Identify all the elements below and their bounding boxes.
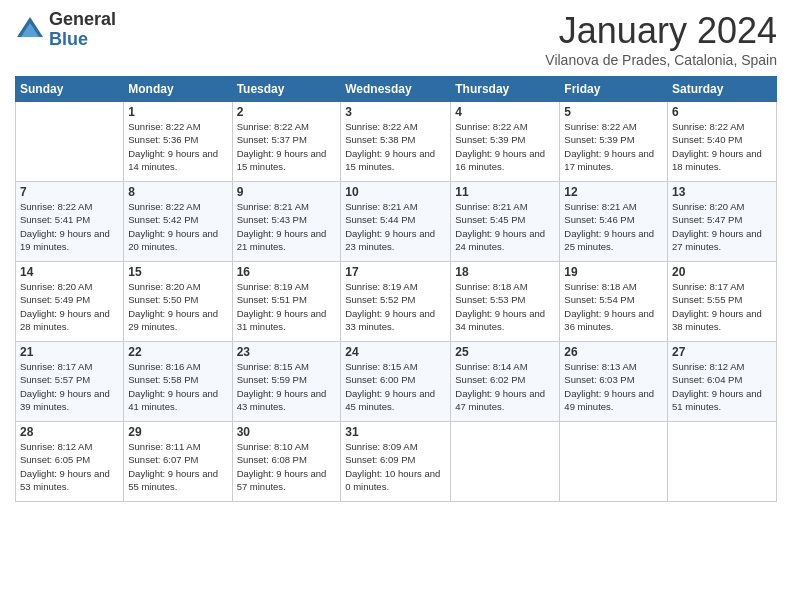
table-row: 28Sunrise: 8:12 AMSunset: 6:05 PMDayligh… — [16, 422, 124, 502]
col-monday: Monday — [124, 77, 232, 102]
day-number: 26 — [564, 345, 663, 359]
day-number: 14 — [20, 265, 119, 279]
day-info: Sunrise: 8:22 AMSunset: 5:39 PMDaylight:… — [455, 120, 555, 173]
day-number: 18 — [455, 265, 555, 279]
month-title: January 2024 — [545, 10, 777, 52]
day-number: 27 — [672, 345, 772, 359]
day-number: 28 — [20, 425, 119, 439]
day-info: Sunrise: 8:18 AMSunset: 5:53 PMDaylight:… — [455, 280, 555, 333]
day-number: 31 — [345, 425, 446, 439]
col-sunday: Sunday — [16, 77, 124, 102]
day-number: 1 — [128, 105, 227, 119]
day-info: Sunrise: 8:09 AMSunset: 6:09 PMDaylight:… — [345, 440, 446, 493]
logo-blue: Blue — [49, 30, 116, 50]
week-row-4: 28Sunrise: 8:12 AMSunset: 6:05 PMDayligh… — [16, 422, 777, 502]
day-number: 24 — [345, 345, 446, 359]
day-info: Sunrise: 8:13 AMSunset: 6:03 PMDaylight:… — [564, 360, 663, 413]
day-number: 13 — [672, 185, 772, 199]
table-row: 22Sunrise: 8:16 AMSunset: 5:58 PMDayligh… — [124, 342, 232, 422]
day-info: Sunrise: 8:22 AMSunset: 5:40 PMDaylight:… — [672, 120, 772, 173]
col-tuesday: Tuesday — [232, 77, 341, 102]
table-row — [451, 422, 560, 502]
day-info: Sunrise: 8:20 AMSunset: 5:49 PMDaylight:… — [20, 280, 119, 333]
table-row: 8Sunrise: 8:22 AMSunset: 5:42 PMDaylight… — [124, 182, 232, 262]
day-number: 3 — [345, 105, 446, 119]
day-info: Sunrise: 8:22 AMSunset: 5:39 PMDaylight:… — [564, 120, 663, 173]
logo: General Blue — [15, 10, 116, 50]
day-info: Sunrise: 8:14 AMSunset: 6:02 PMDaylight:… — [455, 360, 555, 413]
header: General Blue January 2024 Vilanova de Pr… — [15, 10, 777, 68]
table-row: 13Sunrise: 8:20 AMSunset: 5:47 PMDayligh… — [668, 182, 777, 262]
day-info: Sunrise: 8:22 AMSunset: 5:42 PMDaylight:… — [128, 200, 227, 253]
table-row — [16, 102, 124, 182]
table-row: 20Sunrise: 8:17 AMSunset: 5:55 PMDayligh… — [668, 262, 777, 342]
logo-general: General — [49, 10, 116, 30]
table-row: 19Sunrise: 8:18 AMSunset: 5:54 PMDayligh… — [560, 262, 668, 342]
day-info: Sunrise: 8:11 AMSunset: 6:07 PMDaylight:… — [128, 440, 227, 493]
day-info: Sunrise: 8:17 AMSunset: 5:55 PMDaylight:… — [672, 280, 772, 333]
day-info: Sunrise: 8:10 AMSunset: 6:08 PMDaylight:… — [237, 440, 337, 493]
day-info: Sunrise: 8:21 AMSunset: 5:46 PMDaylight:… — [564, 200, 663, 253]
title-block: January 2024 Vilanova de Prades, Catalon… — [545, 10, 777, 68]
table-row: 16Sunrise: 8:19 AMSunset: 5:51 PMDayligh… — [232, 262, 341, 342]
day-info: Sunrise: 8:21 AMSunset: 5:44 PMDaylight:… — [345, 200, 446, 253]
week-row-2: 14Sunrise: 8:20 AMSunset: 5:49 PMDayligh… — [16, 262, 777, 342]
day-number: 4 — [455, 105, 555, 119]
table-row: 9Sunrise: 8:21 AMSunset: 5:43 PMDaylight… — [232, 182, 341, 262]
table-row: 1Sunrise: 8:22 AMSunset: 5:36 PMDaylight… — [124, 102, 232, 182]
table-row: 26Sunrise: 8:13 AMSunset: 6:03 PMDayligh… — [560, 342, 668, 422]
calendar: Sunday Monday Tuesday Wednesday Thursday… — [15, 76, 777, 502]
day-info: Sunrise: 8:20 AMSunset: 5:47 PMDaylight:… — [672, 200, 772, 253]
logo-text: General Blue — [49, 10, 116, 50]
day-number: 15 — [128, 265, 227, 279]
col-saturday: Saturday — [668, 77, 777, 102]
logo-icon — [15, 15, 45, 45]
table-row: 27Sunrise: 8:12 AMSunset: 6:04 PMDayligh… — [668, 342, 777, 422]
day-info: Sunrise: 8:19 AMSunset: 5:52 PMDaylight:… — [345, 280, 446, 333]
table-row: 25Sunrise: 8:14 AMSunset: 6:02 PMDayligh… — [451, 342, 560, 422]
table-row: 24Sunrise: 8:15 AMSunset: 6:00 PMDayligh… — [341, 342, 451, 422]
table-row: 29Sunrise: 8:11 AMSunset: 6:07 PMDayligh… — [124, 422, 232, 502]
day-info: Sunrise: 8:15 AMSunset: 5:59 PMDaylight:… — [237, 360, 337, 413]
day-info: Sunrise: 8:22 AMSunset: 5:37 PMDaylight:… — [237, 120, 337, 173]
day-number: 21 — [20, 345, 119, 359]
page: General Blue January 2024 Vilanova de Pr… — [0, 0, 792, 612]
week-row-0: 1Sunrise: 8:22 AMSunset: 5:36 PMDaylight… — [16, 102, 777, 182]
day-number: 25 — [455, 345, 555, 359]
table-row: 6Sunrise: 8:22 AMSunset: 5:40 PMDaylight… — [668, 102, 777, 182]
day-info: Sunrise: 8:15 AMSunset: 6:00 PMDaylight:… — [345, 360, 446, 413]
day-number: 17 — [345, 265, 446, 279]
week-row-3: 21Sunrise: 8:17 AMSunset: 5:57 PMDayligh… — [16, 342, 777, 422]
day-number: 22 — [128, 345, 227, 359]
table-row: 30Sunrise: 8:10 AMSunset: 6:08 PMDayligh… — [232, 422, 341, 502]
day-number: 6 — [672, 105, 772, 119]
table-row: 15Sunrise: 8:20 AMSunset: 5:50 PMDayligh… — [124, 262, 232, 342]
day-number: 23 — [237, 345, 337, 359]
table-row: 2Sunrise: 8:22 AMSunset: 5:37 PMDaylight… — [232, 102, 341, 182]
table-row: 14Sunrise: 8:20 AMSunset: 5:49 PMDayligh… — [16, 262, 124, 342]
week-row-1: 7Sunrise: 8:22 AMSunset: 5:41 PMDaylight… — [16, 182, 777, 262]
day-info: Sunrise: 8:22 AMSunset: 5:38 PMDaylight:… — [345, 120, 446, 173]
table-row: 3Sunrise: 8:22 AMSunset: 5:38 PMDaylight… — [341, 102, 451, 182]
day-number: 8 — [128, 185, 227, 199]
table-row: 12Sunrise: 8:21 AMSunset: 5:46 PMDayligh… — [560, 182, 668, 262]
day-number: 16 — [237, 265, 337, 279]
table-row: 18Sunrise: 8:18 AMSunset: 5:53 PMDayligh… — [451, 262, 560, 342]
table-row: 5Sunrise: 8:22 AMSunset: 5:39 PMDaylight… — [560, 102, 668, 182]
table-row: 31Sunrise: 8:09 AMSunset: 6:09 PMDayligh… — [341, 422, 451, 502]
day-info: Sunrise: 8:17 AMSunset: 5:57 PMDaylight:… — [20, 360, 119, 413]
day-number: 11 — [455, 185, 555, 199]
day-number: 2 — [237, 105, 337, 119]
table-row: 21Sunrise: 8:17 AMSunset: 5:57 PMDayligh… — [16, 342, 124, 422]
day-info: Sunrise: 8:21 AMSunset: 5:43 PMDaylight:… — [237, 200, 337, 253]
table-row: 7Sunrise: 8:22 AMSunset: 5:41 PMDaylight… — [16, 182, 124, 262]
day-number: 19 — [564, 265, 663, 279]
col-friday: Friday — [560, 77, 668, 102]
table-row: 10Sunrise: 8:21 AMSunset: 5:44 PMDayligh… — [341, 182, 451, 262]
day-info: Sunrise: 8:21 AMSunset: 5:45 PMDaylight:… — [455, 200, 555, 253]
day-info: Sunrise: 8:12 AMSunset: 6:05 PMDaylight:… — [20, 440, 119, 493]
day-number: 7 — [20, 185, 119, 199]
day-number: 29 — [128, 425, 227, 439]
calendar-header-row: Sunday Monday Tuesday Wednesday Thursday… — [16, 77, 777, 102]
day-number: 5 — [564, 105, 663, 119]
